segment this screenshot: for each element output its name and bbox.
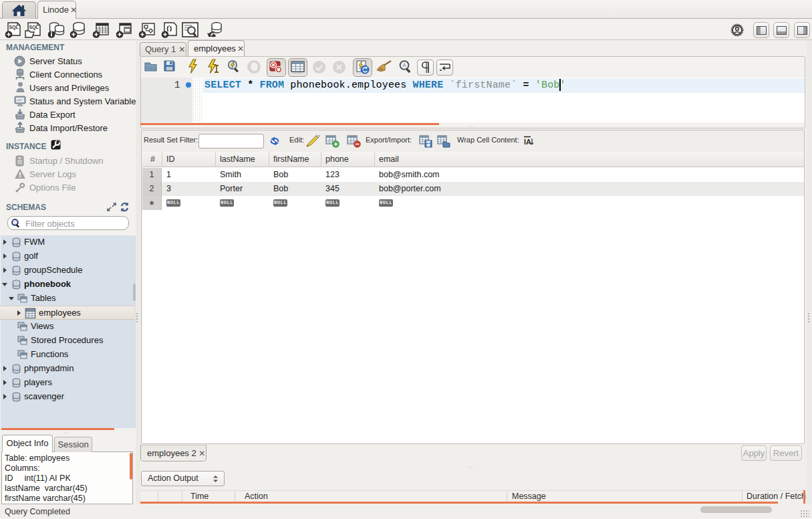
svg-text:SQL: SQL: [9, 25, 19, 30]
svg-text:SQL: SQL: [29, 25, 39, 30]
svg-text:IA: IA: [524, 138, 531, 146]
